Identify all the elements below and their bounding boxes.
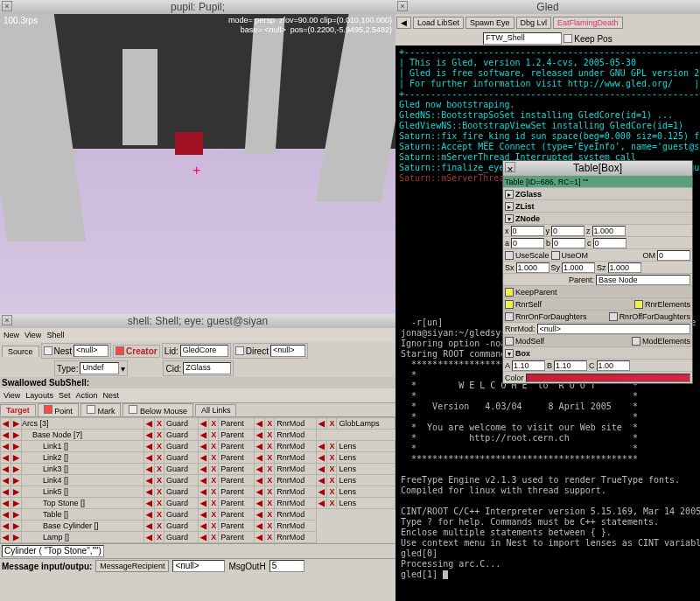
z-input[interactable] [592, 226, 626, 236]
cid-field[interactable]: ZGlass [183, 362, 231, 374]
b-input[interactable] [552, 238, 585, 248]
tree-row[interactable]: ◀▶Link4 []◀XGuard◀XParent◀XRnrMod◀XLens [1, 475, 396, 486]
collapse-icon[interactable]: ▾ [505, 214, 514, 223]
keep-parent-checkbox[interactable] [505, 288, 514, 297]
menu-view[interactable]: View [24, 331, 41, 339]
cylinder-status: Cylinder ( "Top Stone","") [2, 545, 104, 557]
submenu-layouts[interactable]: Layouts [25, 391, 53, 400]
tree-row[interactable]: ◀▶Top Stone []◀XGuard◀XParent◀XRnrMod◀XL… [1, 498, 396, 509]
shell-submenu[interactable]: ViewLayoutsSetActionNest [0, 388, 396, 402]
tree-table[interactable]: ◀▶Arcs [3]◀XGuard◀XParent◀XRnrMod◀XGlobL… [0, 417, 396, 543]
creator-checkbox[interactable] [116, 346, 124, 355]
znode-row[interactable]: ZNode [515, 214, 540, 223]
shell-menu[interactable]: NewViewShell [0, 328, 396, 342]
shell-titlebar[interactable]: × shell: Shell; eye: guest@siyan [0, 314, 396, 328]
rnroff-checkbox[interactable] [609, 312, 618, 321]
modself-checkbox[interactable] [505, 337, 514, 346]
collapse-icon[interactable]: ▾ [505, 349, 514, 358]
parent-field[interactable]: Base Node [596, 275, 690, 285]
submenu-action[interactable]: Action [75, 391, 97, 400]
sx-input[interactable] [516, 262, 550, 273]
direct-null-field[interactable]: <null> [270, 345, 305, 357]
tab-mark: Mark [80, 403, 122, 416]
pupil-title: pupil: Pupil; [171, 1, 225, 13]
tree-row[interactable]: ◀▶Arcs [3]◀XGuard◀XParent◀XRnrMod◀XGlobL… [1, 418, 396, 430]
msg-outh-label: MsgOutH [228, 562, 265, 571]
pupil-3d-viewport[interactable]: + [0, 14, 396, 314]
tree-row[interactable]: ◀▶Link5 []◀XGuard◀XParent◀XRnrMod◀XLens [1, 486, 396, 498]
submenu-nest[interactable]: Nest [102, 391, 119, 400]
tab-source[interactable]: Source [2, 346, 39, 357]
color-swatch[interactable] [526, 374, 690, 382]
pupil-titlebar[interactable]: × pupil: Pupil; [0, 0, 396, 14]
submenu-view[interactable]: View [4, 391, 20, 400]
close-icon[interactable]: × [505, 162, 515, 172]
crosshair-icon: + [192, 163, 200, 178]
box-row[interactable]: Box [515, 349, 530, 358]
A-input[interactable] [512, 360, 545, 371]
tree-row[interactable]: ◀▶Lamp []◀XGuard◀XParent◀XRnrMod [1, 532, 396, 543]
use-om-checkbox[interactable] [551, 251, 560, 260]
y-input[interactable] [551, 226, 584, 236]
submenu-set[interactable]: Set [59, 391, 71, 400]
keep-pos-label: Keep Pos [574, 34, 612, 44]
tree-row[interactable]: ◀▶Table []◀XGuard◀XParent◀XRnrMod [1, 509, 396, 521]
direct-label: Direct [246, 346, 269, 356]
type-label: Type: [57, 364, 78, 374]
shell-title: shell: Shell; eye: guest@siyan [128, 315, 268, 327]
B-input[interactable] [554, 360, 587, 371]
a-input[interactable] [511, 238, 544, 248]
menu-new[interactable]: New [4, 331, 19, 339]
zglass-row[interactable]: ZGlass [515, 190, 542, 199]
zlist-row[interactable]: ZList [515, 202, 535, 211]
dbg-lvl-button[interactable]: Dbg Lvl [516, 17, 552, 29]
modelem-checkbox[interactable] [632, 337, 640, 346]
nest-label: Nest [54, 346, 73, 356]
msg-recipient-button[interactable]: MessageRecipient [95, 560, 169, 572]
expand-icon[interactable]: ▸ [505, 202, 514, 211]
tree-row[interactable]: ◀▶Base Cylinder []◀XGuard◀XParent◀XRnrMo… [1, 521, 396, 532]
rnrself-checkbox[interactable] [505, 300, 514, 309]
msgio-label: Message input/outpu: [2, 562, 92, 571]
exit-button[interactable]: EatFlamingDeath [553, 17, 623, 29]
C-input[interactable] [597, 360, 630, 371]
rnron-checkbox[interactable] [505, 312, 514, 321]
use-scale-checkbox[interactable] [505, 251, 514, 260]
msg-outh-field[interactable]: 5 [270, 560, 304, 572]
keep-pos-checkbox[interactable] [564, 34, 572, 43]
tab-point: Point [38, 403, 79, 416]
tab-all-links[interactable]: All Links [195, 404, 237, 416]
load-libset-button[interactable]: Load LibSet [413, 17, 464, 29]
msg-recipient-field[interactable]: <null> [172, 560, 225, 572]
gled-titlebar[interactable]: × Gled [396, 0, 700, 14]
arrow-left-icon[interactable]: ◀ [396, 17, 411, 29]
x-input[interactable] [511, 226, 544, 236]
sz-input[interactable] [608, 262, 641, 273]
tree-row[interactable]: ◀▶Base Node [7]◀XGuard◀XParent◀XRnrMod [1, 430, 396, 441]
menu-shell[interactable]: Shell [46, 331, 64, 339]
expand-icon[interactable]: ▸ [505, 190, 514, 199]
sy-input[interactable] [562, 262, 595, 273]
om-input[interactable] [657, 250, 690, 261]
tablebox-window[interactable]: ×Table[Box] Table [ID=686, RC=1] "" ▸ZGl… [502, 160, 693, 384]
gled-title: Gled [536, 1, 558, 13]
nest-null-field[interactable]: <null> [74, 345, 108, 357]
lid-field[interactable]: GledCore [180, 345, 228, 357]
tree-row[interactable]: ◀▶Link2 []◀XGuard◀XParent◀XRnrMod◀XLens [1, 452, 396, 464]
close-icon[interactable]: × [2, 1, 12, 11]
type-field[interactable]: Undef [80, 362, 119, 374]
rnrelem-checkbox[interactable] [634, 300, 643, 309]
spawn-eye-button[interactable]: Spawn Eye [466, 17, 514, 29]
tree-row[interactable]: ◀▶Link3 []◀XGuard◀XParent◀XRnrMod◀XLens [1, 464, 396, 475]
tab-target[interactable]: Target [0, 404, 36, 416]
creator-label: Creator [126, 346, 158, 356]
tree-row[interactable]: ◀▶Link1 []◀XGuard◀XParent◀XRnrMod◀XLens [1, 441, 396, 452]
eye-combo[interactable]: FTW_Shell [483, 32, 562, 45]
c-input[interactable] [593, 238, 626, 248]
close-icon[interactable]: × [2, 315, 12, 325]
close-icon[interactable]: × [397, 1, 408, 11]
nest-checkbox[interactable] [44, 346, 52, 355]
swallowed-label: Swallowed SubShell: [2, 378, 89, 388]
direct-checkbox[interactable] [235, 346, 244, 355]
rnrmod-field[interactable]: <null> [537, 324, 690, 334]
